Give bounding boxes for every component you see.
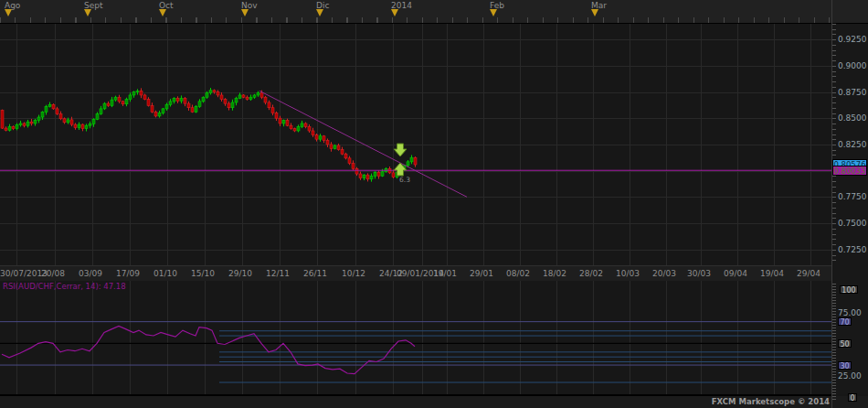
candle-body-up <box>103 103 106 109</box>
fxcm-marketscope-window: 6.3 AgoSeptOctNovDic2014FebMar 0.92500.9… <box>0 0 868 408</box>
date-axis-label: 15/10 <box>191 269 215 278</box>
candle-body-up <box>136 91 139 91</box>
candle-body-down <box>176 98 179 101</box>
candle-body-up <box>333 145 336 148</box>
rsi-line <box>2 326 415 373</box>
candle-body-up <box>114 97 117 100</box>
candle-body-down <box>213 91 216 92</box>
date-axis-label: 29/01 <box>470 269 493 278</box>
timeline-bar[interactable]: AgoSeptOctNovDic2014FebMar <box>0 0 868 24</box>
candle-body-down <box>5 128 7 130</box>
candle-body-up <box>78 124 80 127</box>
candle-body-up <box>374 172 376 176</box>
candle-body-down <box>275 113 278 118</box>
date-axis-label: 17/09 <box>116 269 140 278</box>
candle-body-down <box>352 164 355 169</box>
price-axis-label: 0.8500 <box>838 113 867 123</box>
price-axis-label: 0.9000 <box>838 61 867 70</box>
candlestick-series[interactable] <box>1 88 417 182</box>
candle-body-down <box>341 150 344 155</box>
candle-body-up <box>8 126 11 130</box>
candle-body-up <box>96 114 99 120</box>
candle-body-down <box>217 92 219 95</box>
rsi-level-box: 0 <box>848 393 857 402</box>
candle-body-down <box>286 120 289 125</box>
price-axis-label: 0.7250 <box>838 245 867 254</box>
candle-body-up <box>162 109 164 113</box>
candle-body-up <box>165 104 168 109</box>
rsi-axis-ticks <box>832 284 836 401</box>
candle-body-up <box>48 104 51 106</box>
candle-body-down <box>143 95 146 100</box>
candle-body-down <box>1 111 4 129</box>
candle-body-down <box>359 174 362 178</box>
candle-body-down <box>366 175 369 179</box>
candle-body-up <box>125 100 128 104</box>
candle-body-up <box>249 97 252 99</box>
candle-body-up <box>231 102 234 108</box>
candle-body-down <box>348 158 351 164</box>
candle-body-down <box>392 173 395 177</box>
candle-body-down <box>147 100 150 106</box>
date-axis-label: 30/03 <box>687 269 711 278</box>
date-axis-label: 10/12 <box>342 269 365 278</box>
candle-body-down <box>107 103 110 105</box>
descending-trendline <box>259 91 467 197</box>
candle-body-up <box>297 126 300 131</box>
candle-body-up <box>257 93 259 95</box>
chart-gridlines <box>0 24 831 394</box>
date-axis-label: 03/09 <box>79 269 102 278</box>
drawn-lines[interactable] <box>0 91 831 197</box>
candle-body-down <box>242 95 245 97</box>
rsi-indicator-label[interactable]: RSI(AUD/CHF,Cerrar, 14): 47.18 <box>3 282 126 291</box>
month-marker-triangle-icon <box>316 9 323 16</box>
price-axis-label: 0.7500 <box>838 219 867 228</box>
candle-body-up <box>34 120 37 123</box>
price-axis-ticks <box>832 24 836 265</box>
date-axis-label: 26/11 <box>303 269 327 278</box>
candle-body-up <box>282 120 285 123</box>
candle-body-up <box>16 125 18 129</box>
candle-body-up <box>410 157 413 162</box>
month-marker-triangle-icon <box>490 9 497 16</box>
candle-body-up <box>173 98 175 101</box>
candle-body-down <box>326 140 329 145</box>
rsi-axis-label: 75.00 <box>838 308 862 317</box>
candle-body-up <box>253 95 256 97</box>
date-axis-label: 18/02 <box>543 269 566 278</box>
chart-canvas[interactable]: 6.3 <box>0 0 868 408</box>
candle-body-down <box>184 98 186 103</box>
candle-body-down <box>260 93 263 98</box>
candle-body-up <box>85 125 88 128</box>
measure-annotation: 6.3 <box>399 176 410 184</box>
candle-body-down <box>271 108 274 113</box>
date-axis-label: 20/03 <box>652 269 676 278</box>
candle-body-down <box>304 123 307 126</box>
candle-body-down <box>246 97 249 99</box>
month-marker-triangle-icon <box>84 9 91 16</box>
candle-body-down <box>414 157 417 165</box>
candle-body-up <box>381 172 384 177</box>
rsi-level-box: 30 <box>838 361 852 370</box>
candle-body-up <box>202 97 205 102</box>
candle-body-down <box>323 136 325 141</box>
candle-body-up <box>301 123 303 126</box>
date-axis-label: 09/04 <box>724 269 747 278</box>
candle-body-down <box>122 102 124 104</box>
date-axis-label: 20/08 <box>41 269 65 278</box>
candle-body-down <box>264 97 267 102</box>
date-axis-label: 12/11 <box>266 269 290 278</box>
date-axis-label: 28/02 <box>579 269 603 278</box>
candle-body-down <box>312 131 314 135</box>
candle-body-down <box>151 105 153 112</box>
candle-body-down <box>290 125 292 128</box>
month-marker-triangle-icon <box>5 9 12 16</box>
price-axis-label: 0.9250 <box>838 35 867 44</box>
candle-body-up <box>319 136 322 139</box>
candle-body-up <box>158 113 161 115</box>
candle-body-up <box>206 93 208 98</box>
candle-body-down <box>140 91 143 95</box>
sell-arrow-down-icon[interactable] <box>394 144 407 156</box>
candle-body-up <box>129 95 132 100</box>
price-axis-label: 0.8750 <box>838 88 867 97</box>
